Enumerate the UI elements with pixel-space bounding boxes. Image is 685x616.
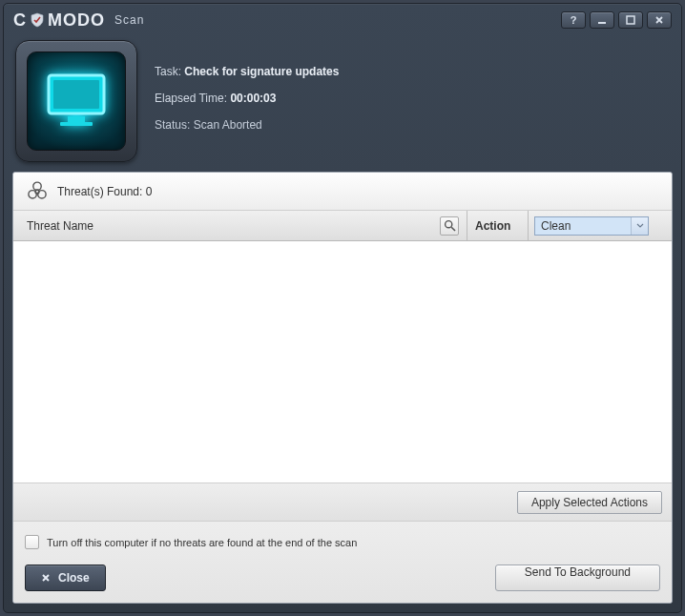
- svg-point-10: [445, 221, 451, 228]
- window-subtitle: Scan: [114, 13, 144, 27]
- search-icon: [444, 219, 456, 232]
- brand-c: C: [13, 10, 27, 31]
- svg-rect-1: [627, 16, 634, 24]
- elapsed-value: 00:00:03: [230, 92, 276, 105]
- svg-point-8: [29, 190, 36, 197]
- svg-rect-5: [60, 122, 93, 126]
- send-bg-button-label: Send To Background: [525, 565, 631, 579]
- column-threat-name: Threat Name: [13, 211, 467, 240]
- biohazard-icon: [27, 181, 48, 202]
- maximize-button[interactable]: [618, 11, 643, 29]
- close-window-button[interactable]: [647, 11, 672, 29]
- scan-window: C MODO Scan ?: [3, 3, 682, 613]
- app-logo: C MODO Scan: [13, 10, 144, 31]
- column-action-select: Clean: [529, 211, 672, 240]
- column-action: Action: [467, 211, 529, 240]
- scan-header: Task: Check for signature updates Elapse…: [4, 36, 681, 172]
- threats-found-count: 0: [146, 185, 153, 198]
- results-table-header: Threat Name Action Clean: [13, 211, 672, 241]
- svg-rect-4: [68, 116, 85, 122]
- task-value: Check for signature updates: [184, 65, 339, 78]
- monitor-icon: [27, 51, 126, 151]
- task-label: Task:: [155, 65, 181, 78]
- svg-rect-3: [53, 80, 99, 109]
- results-table-body: [13, 241, 672, 483]
- search-button[interactable]: [440, 216, 459, 236]
- status-label: Status:: [155, 118, 190, 132]
- minimize-button[interactable]: [590, 11, 614, 29]
- close-button-label: Close: [58, 571, 90, 585]
- turn-off-label: Turn off this computer if no threats are…: [47, 537, 357, 548]
- apply-selected-actions-button[interactable]: Apply Selected Actions: [517, 491, 662, 514]
- threats-found-label: Threat(s) Found:: [57, 185, 142, 198]
- action-dropdown-value: Clean: [535, 219, 631, 233]
- chevron-down-icon: [631, 217, 648, 235]
- panel-footer: Turn off this computer if no threats are…: [13, 521, 672, 603]
- elapsed-label: Elapsed Time:: [155, 92, 227, 105]
- turn-off-row: Turn off this computer if no threats are…: [25, 535, 660, 549]
- svg-line-11: [451, 227, 455, 231]
- action-header-label: Action: [475, 219, 510, 233]
- action-dropdown[interactable]: Clean: [534, 216, 649, 236]
- titlebar: C MODO Scan ?: [4, 4, 681, 36]
- turn-off-checkbox[interactable]: [25, 535, 39, 549]
- threats-summary-bar: Threat(s) Found: 0: [13, 173, 672, 211]
- results-panel: Threat(s) Found: 0 Threat Name Action: [12, 172, 673, 604]
- brand-rest: MODO: [48, 10, 105, 31]
- svg-rect-0: [598, 22, 606, 24]
- apply-actions-row: Apply Selected Actions: [13, 483, 672, 521]
- status-value: Scan Aborted: [194, 118, 262, 132]
- help-button[interactable]: ?: [561, 11, 586, 29]
- svg-point-7: [33, 182, 41, 190]
- threat-name-header-label: Threat Name: [27, 219, 93, 233]
- window-controls: ?: [561, 11, 672, 29]
- close-button[interactable]: Close: [25, 565, 106, 591]
- threats-found-text: Threat(s) Found: 0: [57, 185, 152, 198]
- send-to-background-button[interactable]: Send To Background: [495, 565, 660, 591]
- apply-button-label: Apply Selected Actions: [531, 496, 648, 509]
- scan-info: Task: Check for signature updates Elapse…: [155, 40, 670, 162]
- scan-badge: [15, 40, 137, 162]
- footer-buttons: Close Send To Background: [25, 565, 660, 591]
- svg-point-9: [38, 190, 46, 197]
- shield-icon: [30, 12, 45, 28]
- close-icon: [41, 573, 51, 583]
